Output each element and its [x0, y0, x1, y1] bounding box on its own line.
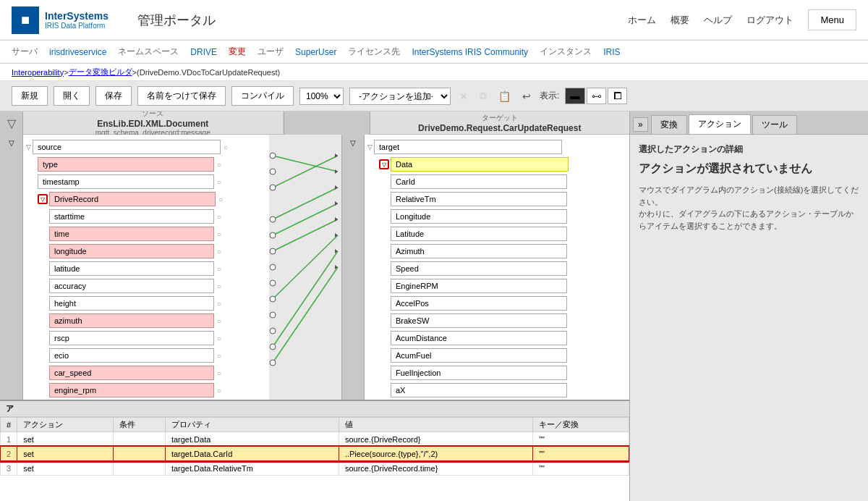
expand-collapse-icon[interactable]: ▽ — [7, 117, 16, 130]
save-button[interactable]: 保存 — [95, 86, 132, 106]
col-num: # — [1, 418, 17, 432]
source-field-height[interactable]: height — [49, 296, 214, 311]
expand-source-icon[interactable]: ▽ — [26, 143, 31, 151]
nav-help[interactable]: ヘルプ — [704, 14, 732, 27]
nav-logout[interactable]: ログアウト — [746, 14, 793, 27]
instance-value[interactable]: IRIS — [603, 47, 620, 57]
data-expand-icon[interactable]: ▽ — [379, 159, 389, 169]
target-field-brakesw[interactable]: BrakeSW — [391, 313, 567, 328]
svg-point-8 — [270, 153, 276, 159]
expand-target-icon[interactable]: ▽ — [367, 143, 373, 151]
view-single[interactable]: ▬ — [565, 88, 584, 104]
list-item: rscp ○ — [49, 330, 266, 346]
panel-toggle-btn[interactable]: » — [633, 117, 648, 132]
target-field-enginerpm[interactable]: EngineRPM — [391, 279, 567, 293]
menu-button[interactable]: Menu — [808, 9, 856, 30]
target-field-speed[interactable]: Speed — [391, 261, 567, 276]
collapse-target-icon[interactable]: ▽ — [350, 139, 356, 147]
source-field-starttime[interactable]: starttime — [49, 209, 214, 224]
undo-icon[interactable]: ↩ — [519, 89, 534, 104]
save-as-button[interactable]: 名前をつけて保存 — [137, 86, 226, 106]
driverecord-expand-icon[interactable]: ▽ — [38, 194, 48, 204]
list-item: CarId — [391, 174, 626, 190]
source-field-latitude[interactable]: latitude — [49, 261, 214, 276]
source-field-ecio[interactable]: ecio — [49, 348, 214, 363]
source-field-longitude[interactable]: longitude — [49, 244, 214, 258]
copy-icon[interactable]: ⧉ — [477, 88, 490, 104]
source-field-source[interactable]: source — [33, 140, 221, 154]
target-nav: ▽ — [341, 135, 365, 400]
logo-product: IRIS Data Platform — [45, 22, 109, 30]
list-item: car_speed ○ — [49, 365, 266, 381]
source-field-time[interactable]: time — [49, 227, 214, 241]
target-field-fuelinjection[interactable]: FuelInjection — [391, 366, 567, 380]
display-label: 表示: — [540, 90, 559, 102]
svg-line-5 — [273, 235, 338, 299]
svg-point-18 — [270, 328, 276, 334]
svg-point-9 — [270, 169, 276, 174]
target-field-carid[interactable]: CarId — [391, 174, 567, 189]
new-button[interactable]: 新規 — [12, 86, 48, 106]
connector-svg — [269, 135, 341, 400]
source-label: ソース — [142, 111, 163, 119]
source-field-driverecord[interactable]: DriveRecord — [49, 192, 216, 206]
panel-tabs: » 変換 アクション ツール — [630, 111, 868, 135]
col-property: プロパティ — [165, 418, 339, 432]
user-value[interactable]: SuperUser — [295, 47, 336, 57]
source-field-engine-rpm[interactable]: engine_rpm — [49, 383, 214, 397]
target-field-acumfuel[interactable]: AcumFuel — [391, 348, 567, 363]
source-field-rscp[interactable]: rscp — [49, 331, 214, 345]
paste-icon[interactable]: 📋 — [495, 89, 514, 104]
table-row[interactable]: 3 set target.Data.RelativeTm source.{Dri… — [1, 461, 629, 476]
breadcrumb-part1[interactable]: Interoperability — [12, 68, 64, 77]
target-field-accelpos[interactable]: AccelPos — [391, 296, 567, 311]
user-label: ユーザ — [258, 46, 284, 58]
list-item: height ○ — [49, 295, 266, 311]
tab-action[interactable]: アクション — [689, 114, 751, 134]
logo-icon: ■ — [21, 12, 30, 28]
header: ■ InterSystems IRIS Data Platform 管理ポータル… — [0, 0, 868, 41]
tab-transform[interactable]: 変換 — [651, 115, 687, 134]
license-label: ライセンス先 — [348, 46, 400, 58]
nav-home[interactable]: ホーム — [628, 14, 656, 27]
open-button[interactable]: 開く — [54, 86, 90, 106]
source-fields-col: ▽ source ○ type ○ timestamp ○ ▽ DriveRe — [23, 135, 269, 400]
panel-main-title: アクションが選択されていません — [639, 161, 859, 177]
nav-overview[interactable]: 概要 — [671, 14, 689, 27]
namespace-value[interactable]: DRIVE — [190, 47, 217, 57]
svg-line-6 — [273, 251, 338, 347]
list-item: Azimuth — [391, 243, 626, 259]
breadcrumb-part2[interactable]: データ変換ビルダ — [69, 67, 132, 77]
table-row[interactable]: 1 set target.Data source.{DriveRecord} "… — [1, 432, 629, 447]
target-field-azimuth[interactable]: Azimuth — [391, 244, 567, 258]
tab-tool[interactable]: ツール — [752, 115, 797, 134]
view-buttons: ▬ ⧟ ⧠ — [565, 88, 626, 104]
compile-button[interactable]: コンパイル — [231, 86, 294, 106]
delete-icon[interactable]: ✕ — [456, 89, 471, 104]
target-field-longitude[interactable]: Longitude — [391, 209, 567, 224]
target-field-target[interactable]: target — [374, 140, 562, 154]
list-item: azimuth ○ — [49, 313, 266, 329]
target-field-relativetm[interactable]: RelativeTm — [391, 192, 567, 206]
source-field-car-speed[interactable]: car_speed — [49, 366, 214, 380]
target-field-ax[interactable]: aX — [391, 383, 567, 397]
target-field-data[interactable]: Data — [391, 157, 569, 172]
table-row[interactable]: 2 set target.Data.CarId ..Piece(source.{… — [1, 447, 629, 461]
source-field-type[interactable]: type — [38, 157, 214, 172]
change-link[interactable]: 変更 — [229, 46, 246, 58]
view-split2[interactable]: ⧟ — [587, 88, 606, 104]
action-select[interactable]: -アクションを追加- — [349, 88, 451, 105]
source-field-accuracy[interactable]: accuracy — [49, 279, 214, 293]
target-field-latitude[interactable]: Latitude — [391, 227, 567, 241]
server-value[interactable]: irisdriveservice — [49, 47, 106, 57]
source-field-azimuth[interactable]: azimuth — [49, 313, 214, 328]
target-field-acumdistance[interactable]: AcumDistance — [391, 331, 567, 345]
source-field-timestamp[interactable]: timestamp — [38, 174, 214, 189]
zoom-select[interactable]: 100% — [299, 88, 344, 105]
view-split3[interactable]: ⧠ — [608, 88, 627, 104]
svg-point-13 — [270, 248, 276, 254]
license-value[interactable]: InterSystems IRIS Community — [412, 47, 528, 57]
collapse-all-icon[interactable]: ▽ — [9, 139, 14, 147]
key-cell: "" — [533, 461, 629, 476]
table-header-row: # アクション 条件 プロパティ 値 キー／変換 — [1, 418, 629, 432]
